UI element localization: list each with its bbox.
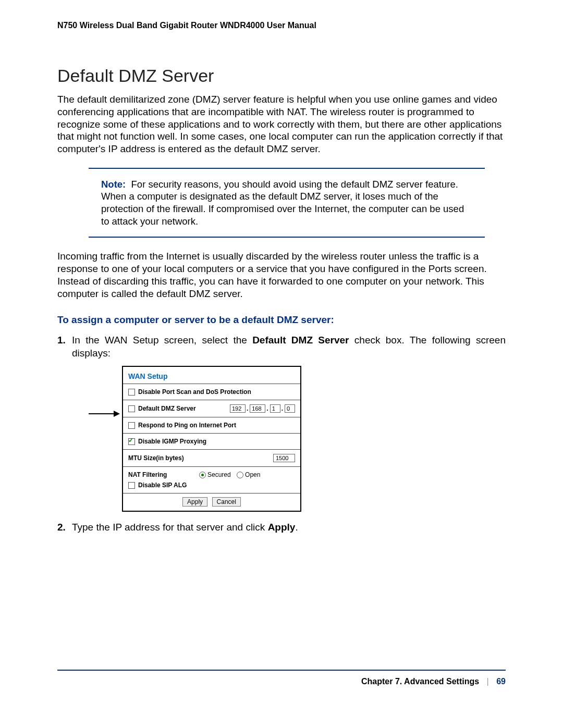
checkbox-respond-ping[interactable] — [128, 422, 135, 429]
row-disable-igmp: Disable IGMP Proxying — [123, 433, 300, 449]
wan-button-row: Apply Cancel — [123, 493, 300, 511]
step-1-pre: In the WAN Setup screen, select the — [72, 335, 252, 346]
footer-page-number: 69 — [496, 677, 506, 686]
footer-separator: | — [487, 677, 489, 686]
procedure-heading: To assign a computer or server to be a d… — [57, 314, 506, 326]
step-2-number: 2. — [57, 521, 72, 534]
note-body: For security reasons, you should avoid u… — [101, 179, 464, 227]
arrow-line — [89, 413, 114, 414]
row-mtu: MTU Size(in bytes) 1500 — [123, 449, 300, 466]
note-label: Note: — [101, 179, 126, 190]
ip-octet-3[interactable]: 1 — [270, 404, 280, 413]
apply-button[interactable]: Apply — [182, 497, 207, 507]
step-1-bold: Default DMZ Server — [252, 335, 349, 346]
ip-octet-4[interactable]: 0 — [285, 404, 295, 413]
radio-nat-open[interactable] — [237, 472, 243, 478]
body-paragraph-2: Incoming traffic from the Internet is us… — [57, 250, 506, 300]
footer-chapter: Chapter 7. Advanced Settings — [361, 677, 479, 686]
step-2-bold: Apply — [268, 522, 296, 533]
wan-setup-panel: WAN Setup Disable Port Scan and DoS Prot… — [122, 366, 301, 512]
arrow-head-icon — [114, 411, 120, 417]
checkbox-disable-sip[interactable] — [128, 482, 135, 489]
ip-octet-2[interactable]: 168 — [250, 404, 265, 413]
input-mtu[interactable]: 1500 — [273, 454, 295, 462]
label-default-dmz: Default DMZ Server — [138, 405, 228, 412]
label-disable-port-scan: Disable Port Scan and DoS Protection — [138, 388, 295, 396]
label-disable-igmp: Disable IGMP Proxying — [138, 438, 295, 445]
label-mtu: MTU Size(in bytes) — [128, 454, 272, 462]
label-disable-sip: Disable SIP ALG — [138, 482, 187, 489]
ip-octet-1[interactable]: 192 — [230, 404, 246, 413]
checkbox-default-dmz[interactable] — [128, 405, 135, 412]
step-2-pre: Type the IP address for that server and … — [72, 522, 268, 533]
label-nat-filtering: NAT Filtering — [128, 471, 195, 478]
manual-header: N750 Wireless Dual Band Gigabit Router W… — [57, 21, 506, 30]
row-respond-ping: Respond to Ping on Internet Port — [123, 417, 300, 433]
intro-paragraph: The default demilitarized zone (DMZ) ser… — [57, 93, 506, 155]
section-title: Default DMZ Server — [57, 66, 506, 86]
cancel-button[interactable]: Cancel — [212, 497, 241, 507]
step-2-post: . — [295, 522, 298, 533]
arrow-indicator — [89, 409, 122, 418]
row-default-dmz: Default DMZ Server 192. 168. 1. 0 — [123, 400, 300, 417]
step-1-number: 1. — [57, 334, 72, 347]
checkbox-disable-igmp[interactable] — [128, 438, 135, 445]
checkbox-disable-port-scan[interactable] — [128, 389, 135, 396]
label-nat-secured: Secured — [207, 471, 231, 478]
label-nat-open: Open — [245, 471, 260, 478]
note-box: Note: For security reasons, you should a… — [89, 168, 485, 238]
page-footer: Chapter 7. Advanced Settings | 69 — [57, 670, 506, 686]
wan-setup-title: WAN Setup — [123, 367, 300, 384]
step-1: 1.In the WAN Setup screen, select the De… — [72, 334, 506, 360]
row-nat-filtering: NAT Filtering Secured Open Disable SIP A… — [123, 466, 300, 493]
step-2: 2.Type the IP address for that server an… — [72, 521, 506, 534]
row-disable-port-scan: Disable Port Scan and DoS Protection — [123, 384, 300, 400]
wan-setup-figure: WAN Setup Disable Port Scan and DoS Prot… — [89, 366, 506, 512]
radio-nat-secured[interactable] — [199, 472, 206, 478]
label-respond-ping: Respond to Ping on Internet Port — [138, 422, 295, 429]
